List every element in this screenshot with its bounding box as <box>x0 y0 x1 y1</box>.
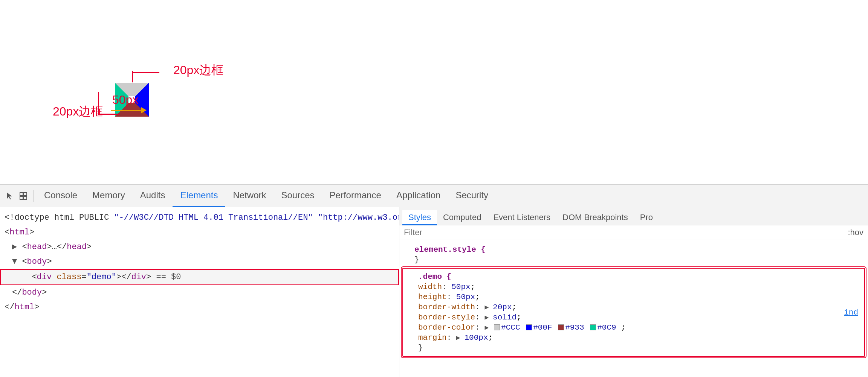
tab-audits[interactable]: Audits <box>133 185 173 207</box>
styles-panel: Styles Computed Event Listeners DOM Brea… <box>399 207 868 377</box>
prop-margin[interactable]: margin: ▶ 100px; <box>409 333 858 343</box>
tab-security[interactable]: Security <box>448 185 496 207</box>
prop-width[interactable]: width: 50px; <box>409 282 858 292</box>
annotation-top: 20px边框 <box>173 62 223 79</box>
prop-border-width[interactable]: border-width: ▶ 20px; <box>409 302 858 312</box>
annotation-center: 50px <box>112 93 138 107</box>
swatch-ccc[interactable] <box>494 324 500 330</box>
toolbar-divider <box>33 190 34 202</box>
html-line-doctype: <!doctype html PUBLIC "-//W3C//DTD HTML … <box>0 210 399 225</box>
prop-border-color[interactable]: border-color: ▶ #CCC #00F #933 #0C9 ; <box>409 322 858 333</box>
box-demo-container: 20px边框 20px边框 50px <box>53 28 279 164</box>
prop-height[interactable]: height: 50px; <box>409 292 858 302</box>
svg-rect-1 <box>24 193 27 196</box>
style-tab-computed[interactable]: Computed <box>437 210 487 225</box>
cursor-icon[interactable] <box>3 189 17 203</box>
demo-rule-closing: } <box>409 343 858 353</box>
svg-rect-3 <box>24 196 27 199</box>
styles-content[interactable]: element.style { } .demo { width: 50px; <box>399 240 868 377</box>
hov-label[interactable]: :hov <box>848 228 863 237</box>
swatch-00f[interactable] <box>526 324 532 330</box>
swatch-0c9[interactable] <box>590 324 596 330</box>
html-line-html-close: </html> <box>0 300 399 315</box>
tab-console[interactable]: Console <box>37 185 85 207</box>
prop-border-style[interactable]: border-style: ▶ solid; <box>409 312 858 322</box>
devtools-content: <!doctype html PUBLIC "-//W3C//DTD HTML … <box>0 207 868 377</box>
style-tab-dom-breakpoints[interactable]: DOM Breakpoints <box>556 210 634 225</box>
inspect-icon[interactable] <box>17 189 30 203</box>
style-tab-styles[interactable]: Styles <box>402 210 437 225</box>
style-tab-pro[interactable]: Pro <box>634 210 659 225</box>
element-style-rule: element.style { } <box>399 243 868 266</box>
style-tab-event-listeners[interactable]: Event Listeners <box>487 210 556 225</box>
svg-rect-2 <box>20 196 23 199</box>
html-line-div-demo[interactable]: <div class="demo"></div> == $0 <box>0 269 399 285</box>
tab-application[interactable]: Application <box>389 185 448 207</box>
styles-tabs: Styles Computed Event Listeners DOM Brea… <box>399 207 868 225</box>
devtools-toolbar: Console Memory Audits Elements Network S… <box>0 185 868 207</box>
element-style-selector: element.style { <box>405 245 862 255</box>
filter-bar: :hov <box>399 225 868 240</box>
swatch-933[interactable] <box>558 324 564 330</box>
html-panel[interactable]: <!doctype html PUBLIC "-//W3C//DTD HTML … <box>0 207 399 377</box>
svg-rect-0 <box>20 193 23 196</box>
browser-viewport: 20px边框 20px边框 50px <box>0 0 868 184</box>
demo-rule: .demo { width: 50px; height: 50px; borde… <box>402 268 865 357</box>
devtools-panel: Console Memory Audits Elements Network S… <box>0 184 868 377</box>
annotation-left: 20px边框 <box>53 103 103 120</box>
ind-link[interactable]: ind <box>844 308 858 317</box>
demo-rule-selector: .demo { <box>409 272 858 282</box>
tab-memory[interactable]: Memory <box>85 185 133 207</box>
filter-input[interactable] <box>404 228 845 237</box>
tab-sources[interactable]: Sources <box>274 185 322 207</box>
html-line-body-open[interactable]: ▼ <body> <box>0 254 399 269</box>
tab-network[interactable]: Network <box>225 185 274 207</box>
html-line-head[interactable]: ▶ <head>…</head> <box>0 240 399 254</box>
tab-performance[interactable]: Performance <box>322 185 389 207</box>
devtools-tabs: Console Memory Audits Elements Network S… <box>37 185 865 207</box>
element-style-closing: } <box>405 255 862 265</box>
html-line-html-open: <html> <box>0 225 399 240</box>
tab-elements[interactable]: Elements <box>173 185 225 207</box>
html-line-body-close: </body> <box>0 285 399 300</box>
